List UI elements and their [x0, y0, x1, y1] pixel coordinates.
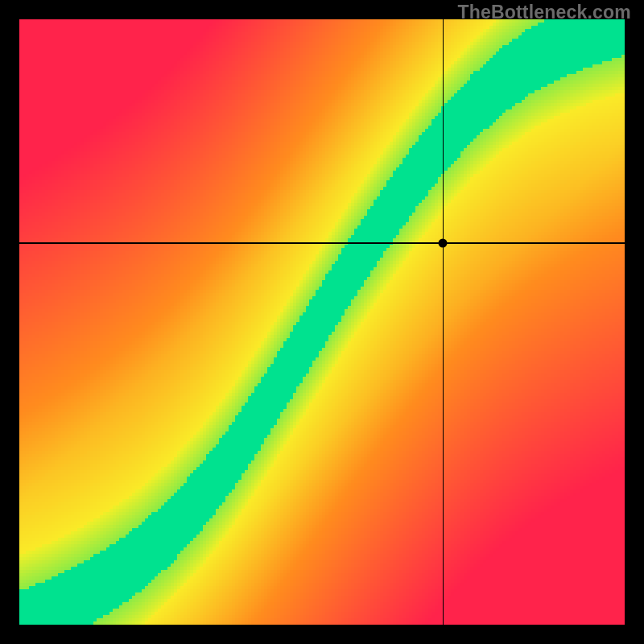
- heatmap-canvas: [19, 19, 625, 625]
- plot-area: [19, 19, 625, 625]
- watermark-text: TheBottleneck.com: [457, 2, 631, 23]
- crosshair-horizontal: [19, 242, 625, 244]
- crosshair-vertical: [443, 19, 444, 625]
- selection-marker: [439, 239, 448, 248]
- chart-frame: TheBottleneck.com: [0, 0, 644, 644]
